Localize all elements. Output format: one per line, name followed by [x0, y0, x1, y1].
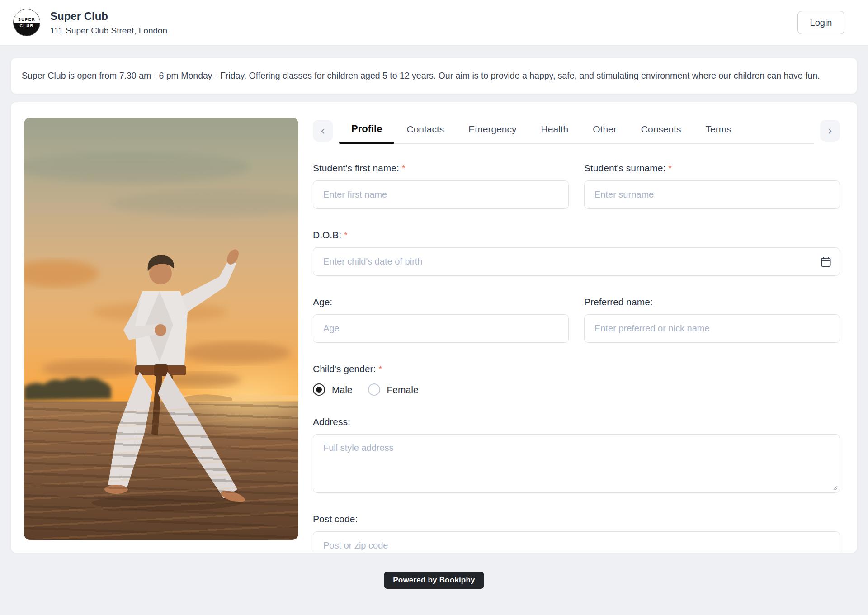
registration-card: ‹ Profile Contacts Emergency Health Othe…	[11, 102, 857, 553]
address-label: Address:	[313, 416, 840, 427]
preferred-name-label: Preferred name:	[584, 297, 840, 308]
radio-male-icon[interactable]	[313, 383, 325, 396]
club-hero-image	[24, 118, 298, 540]
dob-label: D.O.B:*	[313, 230, 840, 241]
club-info-banner: Super Club is open from 7.30 am - 6 pm M…	[11, 58, 857, 94]
gender-label: Child's gender:*	[313, 364, 840, 374]
gender-radio-group: Male Female	[313, 383, 840, 396]
gender-option-female[interactable]: Female	[368, 383, 419, 396]
tab-emergency[interactable]: Emergency	[456, 118, 528, 143]
club-logo-text-top: SUPER	[14, 9, 40, 23]
gender-female-label: Female	[387, 384, 419, 395]
powered-by-badge[interactable]: Powered by Bookiphy	[384, 572, 483, 589]
required-marker: *	[344, 230, 348, 240]
club-logo: SUPER CLUB	[13, 9, 40, 36]
registration-form: ‹ Profile Contacts Emergency Health Othe…	[313, 118, 840, 540]
address-textarea[interactable]	[313, 434, 840, 493]
tab-bar: ‹ Profile Contacts Emergency Health Othe…	[313, 118, 840, 144]
required-marker: *	[668, 163, 672, 173]
login-button[interactable]: Login	[797, 11, 844, 34]
app-header: SUPER CLUB Super Club 111 Super Club Str…	[0, 0, 868, 45]
gender-option-male[interactable]: Male	[313, 383, 353, 396]
first-name-input[interactable]	[313, 180, 569, 209]
preferred-name-input[interactable]	[584, 314, 840, 343]
first-name-label: Student's first name:*	[313, 163, 569, 174]
club-info-text: Super Club is open from 7.30 am - 6 pm M…	[22, 71, 820, 80]
sand-ripples	[24, 404, 298, 540]
tab-consents[interactable]: Consents	[629, 118, 693, 143]
tabs-prev-button[interactable]: ‹	[313, 120, 333, 142]
calendar-icon[interactable]	[821, 256, 831, 267]
tab-profile[interactable]: Profile	[339, 118, 394, 143]
tab-terms[interactable]: Terms	[693, 118, 744, 143]
tab-contacts[interactable]: Contacts	[394, 118, 456, 143]
surname-input[interactable]	[584, 180, 840, 209]
club-address: 111 Super Club Street, London	[50, 26, 167, 36]
tabs-next-button[interactable]: ›	[820, 120, 840, 142]
surname-label: Student's surname:*	[584, 163, 840, 174]
club-logo-text-bottom: CLUB	[14, 23, 40, 36]
post-code-input[interactable]	[313, 531, 840, 553]
required-marker: *	[402, 163, 406, 173]
required-marker: *	[378, 364, 382, 374]
age-label: Age:	[313, 297, 569, 308]
dob-input[interactable]	[313, 247, 840, 276]
club-name: Super Club	[50, 10, 167, 23]
tab-health[interactable]: Health	[529, 118, 581, 143]
radio-female-icon[interactable]	[368, 383, 380, 396]
age-input[interactable]	[313, 314, 569, 343]
tab-list: Profile Contacts Emergency Health Other …	[339, 118, 814, 144]
tab-other[interactable]: Other	[580, 118, 629, 143]
post-code-label: Post code:	[313, 514, 840, 525]
gender-male-label: Male	[332, 384, 353, 395]
